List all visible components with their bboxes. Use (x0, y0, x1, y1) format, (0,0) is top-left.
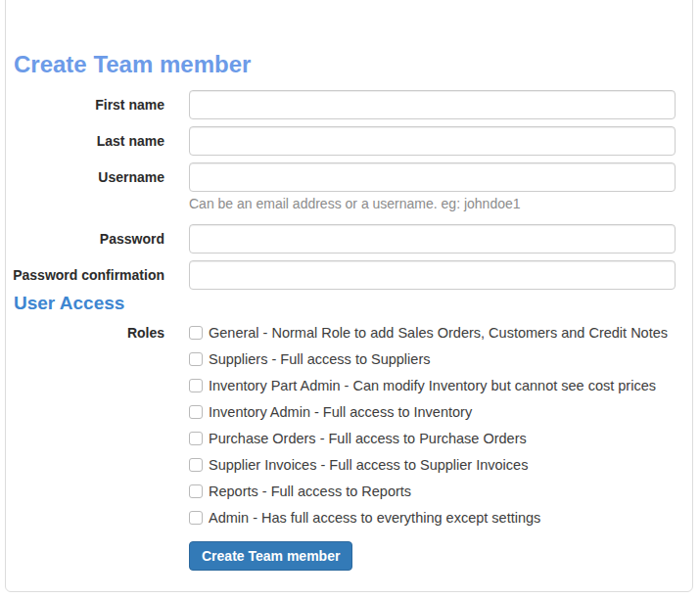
role-option-label: Supplier Invoices - Full access to Suppl… (209, 455, 528, 475)
role-checkbox-inventory-part-admin[interactable] (189, 379, 203, 392)
username-help-text: Can be an email address or a username. e… (189, 195, 692, 212)
role-checkbox-general[interactable] (189, 326, 203, 340)
submit-controls: Create Team member (189, 541, 692, 571)
first-name-controls (189, 90, 692, 119)
password-controls (189, 224, 692, 253)
roles-list: General - Normal Role to add Sales Order… (189, 323, 692, 534)
roles-row: Roles General - Normal Role to add Sales… (6, 323, 692, 534)
role-option-suppliers[interactable]: Suppliers - Full access to Suppliers (189, 349, 692, 369)
role-option-label: Inventory Admin - Full access to Invento… (209, 402, 472, 422)
role-option-inventory-part-admin[interactable]: Inventory Part Admin - Can modify Invent… (189, 376, 692, 395)
last-name-input[interactable] (189, 126, 676, 156)
role-checkbox-purchase-orders[interactable] (189, 432, 203, 445)
create-team-member-card: Create Team member First name Last name … (5, 0, 693, 592)
role-checkbox-suppliers[interactable] (189, 352, 203, 366)
role-option-supplier-invoices[interactable]: Supplier Invoices - Full access to Suppl… (189, 455, 692, 475)
first-name-label: First name (6, 90, 164, 114)
last-name-label: Last name (6, 126, 164, 150)
password-input[interactable] (189, 224, 676, 253)
username-row: Username Can be an email address or a us… (6, 162, 692, 212)
role-option-label: General - Normal Role to add Sales Order… (209, 323, 668, 343)
password-confirmation-label: Password confirmation (6, 260, 164, 284)
role-checkbox-inventory-admin[interactable] (189, 405, 203, 419)
role-option-general[interactable]: General - Normal Role to add Sales Order… (189, 323, 692, 343)
create-team-member-button[interactable]: Create Team member (189, 541, 352, 571)
password-label: Password (6, 224, 164, 248)
submit-row-spacer (6, 541, 164, 547)
submit-row: Create Team member (6, 541, 692, 571)
role-option-reports[interactable]: Reports - Full access to Reports (189, 482, 692, 501)
username-label: Username (6, 162, 164, 186)
role-option-label: Purchase Orders - Full access to Purchas… (209, 429, 527, 448)
role-checkbox-reports[interactable] (189, 484, 203, 498)
password-confirmation-input[interactable] (189, 260, 676, 290)
section-heading-user-access: User Access (6, 293, 692, 314)
username-input[interactable] (189, 162, 676, 192)
first-name-input[interactable] (189, 90, 676, 119)
first-name-row: First name (6, 90, 692, 119)
roles-label: Roles (6, 323, 164, 342)
role-option-admin[interactable]: Admin - Has full access to everything ex… (189, 508, 692, 528)
last-name-row: Last name (6, 126, 692, 156)
password-confirmation-row: Password confirmation (6, 260, 692, 290)
page-title: Create Team member (6, 0, 692, 78)
last-name-controls (189, 126, 692, 156)
role-option-inventory-admin[interactable]: Inventory Admin - Full access to Invento… (189, 402, 692, 422)
password-row: Password (6, 224, 692, 253)
role-option-label: Inventory Part Admin - Can modify Invent… (209, 376, 656, 395)
create-team-member-form: First name Last name Username Can be an … (6, 90, 692, 571)
role-checkbox-admin[interactable] (189, 511, 203, 525)
role-option-label: Admin - Has full access to everything ex… (209, 508, 540, 528)
role-option-purchase-orders[interactable]: Purchase Orders - Full access to Purchas… (189, 429, 692, 448)
username-controls: Can be an email address or a username. e… (189, 162, 692, 212)
role-checkbox-supplier-invoices[interactable] (189, 458, 203, 472)
role-option-label: Reports - Full access to Reports (209, 482, 411, 501)
role-option-label: Suppliers - Full access to Suppliers (209, 349, 430, 369)
password-confirmation-controls (189, 260, 692, 290)
